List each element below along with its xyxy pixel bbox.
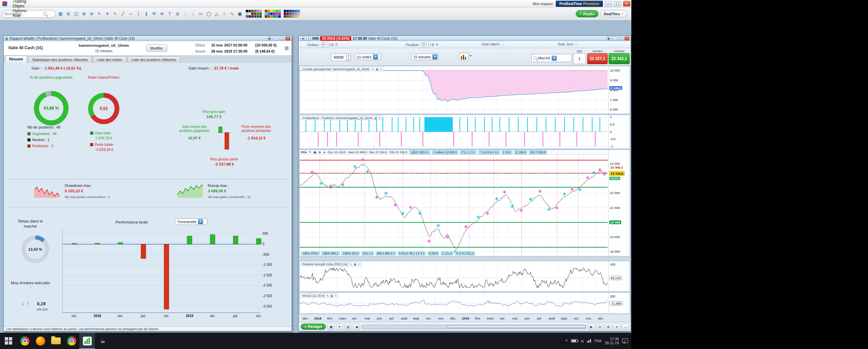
workspace-label[interactable]: Mon espace <box>533 2 553 6</box>
palette-swatch[interactable] <box>287 13 289 15</box>
chevron-down-icon[interactable]: ▾ <box>306 37 311 40</box>
zoom-in-icon[interactable]: ⊕ <box>80 10 88 18</box>
positions-panel[interactable]: ProBacktest - Positions: hammernegated_o… <box>299 115 630 149</box>
palette-swatch[interactable] <box>265 10 267 12</box>
sell-button[interactable]: 23 327,1 <box>587 53 608 64</box>
performance-period-select[interactable]: Trimestrielle▼ <box>175 218 207 225</box>
taskbar-java-icon[interactable]: ☕ <box>95 333 111 349</box>
share-button[interactable]: »Partager <box>301 324 326 330</box>
ellipse-icon[interactable]: ◯ <box>205 10 213 18</box>
report-snapshot-icon[interactable]: ▣ <box>267 37 272 40</box>
zoom-in-icon[interactable]: ⊕ <box>318 151 321 154</box>
arrow-up-icon[interactable]: ↑ <box>181 10 189 18</box>
chart-maximize-icon[interactable]: ▢ <box>618 37 623 40</box>
palette-swatch[interactable] <box>249 10 251 12</box>
palette-swatch[interactable] <box>276 15 278 18</box>
vertical-line-icon[interactable]: │ <box>135 10 142 18</box>
palette-swatch[interactable] <box>273 13 275 15</box>
equity-panel[interactable]: Courbe gains&pertes: hammernegated_oil_1… <box>299 66 630 114</box>
brand-badge[interactable]: ProRealTime Premium <box>556 1 603 7</box>
palette-swatch[interactable] <box>295 13 297 15</box>
color-palette-warm[interactable] <box>265 10 281 18</box>
palette-swatch[interactable] <box>292 10 294 12</box>
palette-swatch[interactable] <box>246 13 248 15</box>
palette-swatch[interactable] <box>254 13 256 15</box>
palette-swatch[interactable] <box>268 13 270 15</box>
snapshot-icon[interactable]: ▣ <box>376 67 378 71</box>
palette-swatch[interactable] <box>268 15 270 18</box>
edit-icon[interactable]: ✎ <box>336 324 343 330</box>
palette-swatch[interactable] <box>251 15 254 18</box>
palette-swatch[interactable] <box>284 13 286 15</box>
palette-swatch[interactable] <box>295 10 297 12</box>
positions-panel-header[interactable]: ProBacktest - Positions: hammernegated_o… <box>301 116 382 120</box>
pencil-icon[interactable]: ✎ <box>111 10 119 18</box>
palette-swatch[interactable] <box>249 13 251 15</box>
scroll-left-button[interactable]: ◀ <box>353 324 360 330</box>
snapshot-icon[interactable]: ▣ <box>330 294 333 297</box>
snapshot-icon[interactable]: ▣ <box>354 263 356 266</box>
menu-item[interactable]: Options <box>9 8 33 13</box>
menu-item[interactable]: Aide <box>9 13 33 18</box>
report-maximize-icon[interactable]: ▢ <box>279 37 284 40</box>
price-panel-header[interactable]: Prix ✎▣⊕⊖ Ouv 23 438,5Haut 23 488,5Bas 2… <box>300 150 608 155</box>
palette-swatch[interactable] <box>297 15 300 18</box>
gear-icon[interactable]: ⚙ <box>435 42 439 47</box>
position-count-box[interactable]: 0▼ <box>422 42 429 47</box>
text-icon[interactable]: T <box>166 10 174 18</box>
palette-swatch[interactable] <box>284 10 286 12</box>
report-tab[interactable]: Résumé <box>5 56 27 63</box>
palette-swatch[interactable] <box>251 10 254 12</box>
palette-swatch[interactable] <box>273 15 275 18</box>
taskbar-prorealtime-icon[interactable] <box>79 333 95 349</box>
report-minimize-icon[interactable]: — <box>273 37 278 40</box>
taskbar-chrome-icon[interactable] <box>17 333 33 349</box>
channel-icon[interactable]: ∥ <box>142 10 150 18</box>
palette-swatch[interactable] <box>249 15 251 18</box>
taskbar-explorer-icon[interactable] <box>48 333 64 349</box>
macd-panel-header[interactable]: MACD (12 26 9)✎▣× <box>301 293 338 298</box>
palette-swatch[interactable] <box>254 15 256 18</box>
color-palette-cool[interactable] <box>284 10 300 18</box>
zoom-out-button[interactable]: ⊖ <box>596 324 603 330</box>
minimize-app-button[interactable]: — <box>605 1 612 6</box>
equity-panel-header[interactable]: Courbe gains&pertes: hammernegated_oil_1… <box>301 67 383 71</box>
fit-button[interactable]: ↔ <box>622 324 629 330</box>
palette-swatch[interactable] <box>257 10 259 12</box>
palette-swatch[interactable] <box>297 13 300 15</box>
palette-swatch[interactable] <box>278 10 281 12</box>
palette-swatch[interactable] <box>246 10 248 12</box>
crosshair-button[interactable]: ✛ <box>613 324 620 330</box>
price-panel[interactable]: Prix ✎▣⊕⊖ Ouv 23 438,5Haut 23 488,5Bas 2… <box>299 150 630 256</box>
rsi-panel-header[interactable]: Relative strength index (RSI) (14)✎▣× <box>301 262 361 266</box>
arrow-down-icon[interactable]: ↓ <box>189 10 197 18</box>
snapshot-icon[interactable]: ▣ <box>328 324 334 330</box>
chart-close-icon[interactable]: × <box>625 37 629 40</box>
palette-swatch[interactable] <box>257 15 259 18</box>
taskbar-chrome2-icon[interactable] <box>64 333 79 349</box>
camera-icon[interactable]: ▣ <box>236 10 244 18</box>
order-qty-input[interactable]: 1 <box>573 53 586 64</box>
pitchfork-icon[interactable]: Ψ <box>150 10 158 18</box>
chart-type-button[interactable] <box>459 53 468 61</box>
report-grid-icon[interactable]: ▦ <box>284 45 289 51</box>
close-app-button[interactable]: × <box>623 1 630 6</box>
palette-swatch[interactable] <box>259 13 262 15</box>
collapse-left-icon[interactable]: ◀ <box>300 37 305 40</box>
dealthru-button[interactable]: DealThru⚡ <box>600 10 627 17</box>
gear-icon[interactable]: ⚙ <box>335 42 338 47</box>
palette-swatch[interactable] <box>246 15 248 18</box>
palette-swatch[interactable] <box>278 13 281 15</box>
palette-swatch[interactable] <box>257 13 259 15</box>
chart-hscrollbar[interactable] <box>361 325 586 329</box>
language-indicator[interactable]: FRA <box>594 339 601 343</box>
eraser-icon[interactable]: ⊘ <box>174 10 181 18</box>
quantity-stepper[interactable]: 50000 ▲▼ <box>331 54 351 61</box>
edit-icon[interactable]: ✎ <box>350 263 352 266</box>
network-icon[interactable] <box>587 339 591 343</box>
volume-icon[interactable]: ▸) <box>581 339 584 343</box>
palette-swatch[interactable] <box>284 15 286 18</box>
line-icon[interactable]: ╱ <box>119 10 127 18</box>
layout-icon[interactable]: ▤ <box>344 324 351 330</box>
layout-icon[interactable]: ◫ <box>72 10 80 18</box>
